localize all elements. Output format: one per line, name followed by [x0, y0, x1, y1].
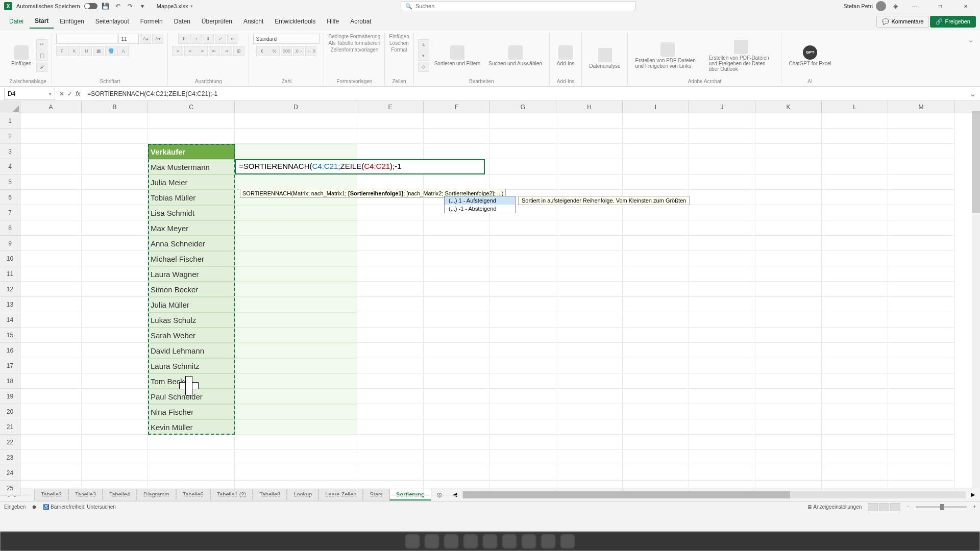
cell[interactable]: [357, 481, 424, 496]
row-header[interactable]: 5: [0, 174, 20, 190]
cell[interactable]: [689, 113, 755, 129]
cell[interactable]: [623, 419, 689, 435]
cell[interactable]: [822, 190, 888, 205]
cell[interactable]: [490, 220, 556, 236]
view-pagelayout-icon[interactable]: [879, 503, 889, 511]
row-header[interactable]: 20: [0, 404, 20, 419]
cell[interactable]: [490, 266, 556, 282]
fill-icon[interactable]: ▾: [418, 51, 429, 61]
cell[interactable]: [755, 251, 822, 266]
cell[interactable]: [357, 174, 424, 190]
cell[interactable]: [888, 419, 954, 435]
taskbar-icon[interactable]: [444, 534, 458, 548]
cell[interactable]: [424, 343, 490, 358]
cell[interactable]: [556, 205, 623, 220]
col-header-H[interactable]: H: [556, 101, 623, 113]
cell[interactable]: [822, 328, 888, 343]
cell[interactable]: [623, 343, 689, 358]
cell[interactable]: [82, 144, 148, 159]
cell[interactable]: [623, 435, 689, 450]
cell[interactable]: [82, 266, 148, 282]
tab-acrobat[interactable]: Acrobat: [345, 15, 376, 28]
cell[interactable]: [490, 159, 556, 174]
cell[interactable]: [822, 266, 888, 282]
cell[interactable]: [822, 435, 888, 450]
format-painter-icon[interactable]: 🖌: [36, 62, 47, 72]
cell[interactable]: [755, 465, 822, 481]
cell[interactable]: [235, 404, 357, 419]
cell[interactable]: [556, 465, 623, 481]
view-pagebreak-icon[interactable]: [890, 503, 900, 511]
cell[interactable]: [888, 435, 954, 450]
col-header-J[interactable]: J: [689, 101, 755, 113]
cell[interactable]: [755, 450, 822, 465]
close-button[interactable]: ✕: [955, 0, 976, 12]
cell[interactable]: [689, 174, 755, 190]
comments-button[interactable]: 💬 Kommentare: [876, 16, 929, 28]
cell[interactable]: [623, 220, 689, 236]
select-all-button[interactable]: [0, 101, 20, 113]
indent-dec-icon[interactable]: ⇤: [209, 46, 220, 56]
align-top-icon[interactable]: ⬆: [178, 34, 189, 44]
font-name-input[interactable]: [56, 34, 117, 44]
wrap-text-icon[interactable]: ↩: [227, 34, 238, 44]
cell[interactable]: [822, 465, 888, 481]
acrobat-pdf-outlook-button[interactable]: Erstellen von PDF-Dateien und Freigeben …: [705, 38, 777, 74]
cell[interactable]: [556, 358, 623, 373]
cell[interactable]: [20, 282, 82, 297]
cell[interactable]: [235, 205, 357, 220]
indent-inc-icon[interactable]: ⇥: [221, 46, 232, 56]
cell[interactable]: [623, 113, 689, 129]
col-header-F[interactable]: F: [424, 101, 490, 113]
cell[interactable]: [556, 220, 623, 236]
row-header[interactable]: 14: [0, 312, 20, 328]
cell[interactable]: [755, 358, 822, 373]
cell[interactable]: [424, 113, 490, 129]
cell[interactable]: [424, 312, 490, 328]
row-header[interactable]: 1: [0, 113, 20, 129]
cell[interactable]: [20, 419, 82, 435]
row-header[interactable]: 2: [0, 129, 20, 144]
autocomplete-option-descending[interactable]: (...) -1 - Absteigend: [445, 205, 515, 213]
comma-icon[interactable]: 000: [281, 46, 292, 56]
tab-review[interactable]: Überprüfen: [197, 15, 237, 28]
border-icon[interactable]: ▦: [93, 46, 104, 56]
decrease-decimal-icon[interactable]: ←.0: [305, 46, 316, 56]
cell[interactable]: [755, 159, 822, 174]
col-header-L[interactable]: L: [822, 101, 888, 113]
cell[interactable]: [424, 251, 490, 266]
cell[interactable]: [20, 358, 82, 373]
cell[interactable]: Tobias Müller: [148, 190, 235, 205]
cell[interactable]: [755, 373, 822, 389]
cell[interactable]: [888, 282, 954, 297]
row-header[interactable]: 24: [0, 465, 20, 481]
tab-formulas[interactable]: Formeln: [135, 15, 168, 28]
cell[interactable]: [623, 358, 689, 373]
cell[interactable]: [689, 282, 755, 297]
cell[interactable]: [689, 312, 755, 328]
cell[interactable]: [357, 404, 424, 419]
copy-icon[interactable]: 📋: [36, 51, 47, 61]
align-middle-icon[interactable]: ↕: [190, 34, 202, 44]
cell[interactable]: [82, 159, 148, 174]
cell[interactable]: [424, 236, 490, 251]
taskbar-icon[interactable]: [522, 534, 536, 548]
cell[interactable]: Max Mustermann: [148, 159, 235, 174]
orientation-icon[interactable]: ⤢: [215, 34, 226, 44]
cell[interactable]: Lisa Schmidt: [148, 205, 235, 220]
cell[interactable]: [20, 236, 82, 251]
maximize-button[interactable]: □: [930, 0, 950, 12]
sort-filter-button[interactable]: Sortieren und Filtern: [431, 43, 484, 68]
cell[interactable]: [689, 373, 755, 389]
cell[interactable]: [556, 419, 623, 435]
cell[interactable]: [755, 312, 822, 328]
cell[interactable]: [755, 282, 822, 297]
tab-data[interactable]: Daten: [169, 15, 195, 28]
row-header[interactable]: 15: [0, 328, 20, 343]
row-header[interactable]: 12: [0, 282, 20, 297]
cell[interactable]: [82, 389, 148, 404]
col-header-B[interactable]: B: [82, 101, 148, 113]
cell[interactable]: [888, 343, 954, 358]
cell[interactable]: [424, 144, 490, 159]
col-header-I[interactable]: I: [623, 101, 689, 113]
